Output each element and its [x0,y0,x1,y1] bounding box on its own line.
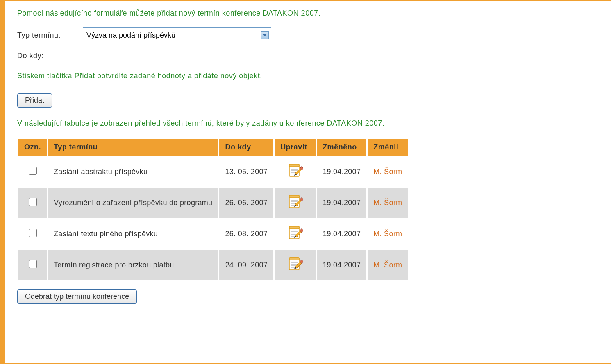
row-type: Zaslání abstraktu příspěvku [48,157,218,187]
edit-icon[interactable] [287,194,303,210]
terms-table: Ozn. Typ termínu Do kdy Upravit Změněno … [17,138,409,281]
col-mark: Ozn. [18,139,47,156]
col-until: Do kdy [219,139,273,156]
row-changed-by: M. Šorm [368,250,408,280]
row-until: 24. 09. 2007 [219,250,273,280]
add-form: Typ termínu: Výzva na podání příspěvků D… [17,27,599,63]
intro-text: Pomocí následujícího formuláře můžete př… [17,9,599,18]
col-type: Typ termínu [48,139,218,156]
row-type: Termín registrace pro brzkou platbu [48,250,218,280]
edit-icon[interactable] [287,225,303,241]
row-changed: 19.04.2007 [317,250,366,280]
row-type: Zaslání textu plného příspěvku [48,219,218,249]
edit-icon[interactable] [287,163,303,179]
svg-rect-1 [289,164,299,167]
table-intro-text: V následující tabulce je zobrazen přehle… [17,119,599,128]
table-row: Vyrozumění o zařazení příspěvku do progr… [18,188,408,218]
row-changed-by: M. Šorm [368,219,408,249]
add-button[interactable]: Přidat [17,93,52,108]
col-edit: Upravit [275,139,316,156]
row-changed: 19.04.2007 [317,188,366,218]
until-label: Do kdy: [17,52,83,60]
row-changed: 19.04.2007 [317,157,366,187]
row-checkbox[interactable] [29,198,37,206]
edit-icon[interactable] [287,256,303,272]
svg-rect-28 [289,258,299,260]
row-until: 13. 05. 2007 [219,157,273,187]
col-changed-by: Změnil [368,139,408,156]
type-label: Typ termínu: [17,31,83,40]
row-checkbox[interactable] [29,167,37,175]
row-changed-by: M. Šorm [368,188,408,218]
type-select[interactable]: Výzva na podání příspěvků [83,27,271,43]
col-changed: Změněno [317,139,366,156]
row-checkbox[interactable] [29,229,37,237]
confirm-text: Stiskem tlačítka Přidat potvrdíte zadané… [17,72,599,80]
svg-rect-19 [289,226,299,229]
row-type: Vyrozumění o zařazení příspěvku do progr… [48,188,218,218]
table-row: Zaslání textu plného příspěvku26. 08. 20… [18,219,408,249]
row-until: 26. 08. 2007 [219,219,273,249]
table-row: Termín registrace pro brzkou platbu24. 0… [18,250,408,280]
row-changed: 19.04.2007 [317,219,366,249]
row-changed-by: M. Šorm [368,157,408,187]
svg-rect-10 [289,195,299,198]
remove-button[interactable]: Odebrat typ termínu konference [17,289,137,304]
row-checkbox[interactable] [29,260,37,268]
row-until: 26. 06. 2007 [219,188,273,218]
table-row: Zaslání abstraktu příspěvku13. 05. 2007 … [18,157,408,187]
until-input[interactable] [83,48,353,63]
